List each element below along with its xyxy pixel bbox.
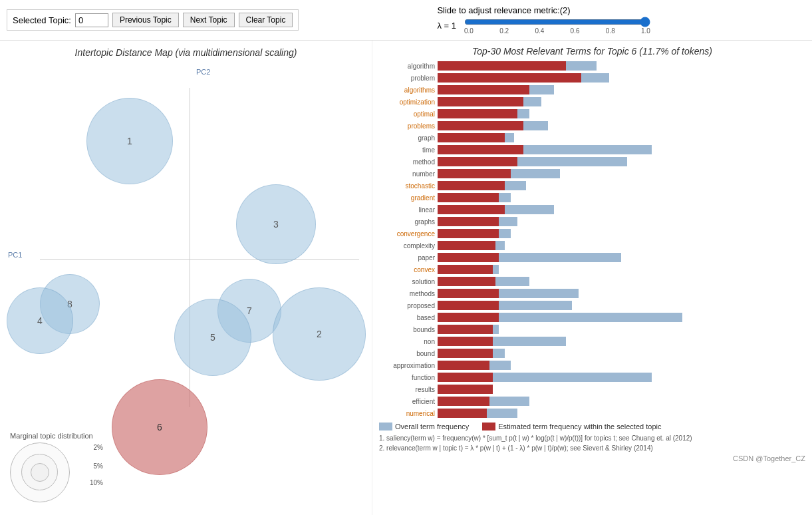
marginal-label: Marginal topic distribution — [10, 432, 96, 440]
bar-fg-graphs — [438, 217, 499, 226]
bar-label-problem: problem — [379, 75, 438, 82]
legend-fg-label: Estimated term frequency within the sele… — [498, 423, 661, 430]
bubble-4[interactable]: 4 — [7, 287, 73, 354]
bar-label-graphs: graphs — [379, 218, 438, 226]
bar-row: number — [379, 168, 805, 179]
tick-labels: 0.0 0.2 0.4 0.6 0.8 1.0 — [464, 27, 650, 35]
left-panel: Intertopic Distance Map (via multidimens… — [0, 41, 372, 515]
bar-fg-algorithms — [438, 85, 529, 94]
map-title: Intertopic Distance Map (via multidimens… — [0, 41, 372, 58]
bar-row: convex — [379, 264, 805, 275]
topic-label: Selected Topic: — [13, 15, 71, 25]
prev-topic-button[interactable]: Previous Topic — [112, 13, 179, 27]
main-content: Intertopic Distance Map (via multidimens… — [0, 41, 812, 515]
bars-container-algorithm — [438, 61, 805, 71]
bar-fg-linear — [438, 205, 505, 214]
bar-label-optimization: optimization — [379, 98, 438, 106]
bars-container-proposed — [438, 301, 805, 310]
bar-row: function — [379, 372, 805, 383]
bars-container-approximation — [438, 361, 805, 370]
bubble-2[interactable]: 2 — [273, 287, 366, 381]
bar-label-results: results — [379, 386, 438, 393]
bar-fg-function — [438, 373, 493, 382]
legend-area: Overall term frequency Estimated term fr… — [379, 423, 805, 430]
bar-row: method — [379, 156, 805, 167]
relevance-slider[interactable] — [464, 17, 650, 27]
legend-bg-box — [379, 423, 392, 430]
bar-fg-algorithm — [438, 61, 566, 71]
bubble-5[interactable]: 5 — [174, 299, 251, 376]
marginal-circles: 2% 5% 10% — [10, 442, 83, 502]
bars-container-graphs — [438, 217, 805, 226]
chart-area: algorithmproblemalgorithmsoptimizationop… — [379, 61, 805, 419]
footnote: 2. relevance(term w | topic t) = λ * p(w… — [379, 443, 805, 453]
bars-container-complexity — [438, 241, 805, 250]
slider-section: Slide to adjust relevance metric:(2) λ =… — [437, 5, 650, 35]
topic-input[interactable] — [75, 13, 108, 27]
bar-fg-efficient — [438, 397, 489, 406]
bar-label-gradient: gradient — [379, 194, 438, 202]
bars-container-algorithms — [438, 85, 805, 94]
bar-fg-approximation — [438, 361, 489, 370]
next-topic-button[interactable]: Next Topic — [183, 13, 235, 27]
watermark: CSDN @Together_CZ — [379, 454, 805, 462]
bar-row: optimization — [379, 96, 805, 107]
axis-horizontal — [40, 259, 359, 260]
bar-row: methods — [379, 288, 805, 299]
bar-label-algorithm: algorithm — [379, 63, 438, 70]
clear-topic-button[interactable]: Clear Topic — [239, 13, 293, 27]
bars-container-stochastic — [438, 181, 805, 190]
chart-title: Top-30 Most Relevant Terms for Topic 6 (… — [379, 46, 805, 57]
bar-fg-non — [438, 337, 493, 346]
slider-label-row: Slide to adjust relevance metric:(2) — [437, 5, 570, 15]
bar-fg-graph — [438, 133, 505, 142]
bar-row: stochastic — [379, 180, 805, 191]
bars-container-methods — [438, 289, 805, 298]
bar-label-based: based — [379, 314, 438, 321]
bar-label-method: method — [379, 158, 438, 166]
bar-row: problems — [379, 120, 805, 131]
bar-label-problems: problems — [379, 122, 438, 130]
bar-row: problem — [379, 73, 805, 83]
footnote: 1. saliency(term w) = frequency(w) * [su… — [379, 433, 805, 443]
bar-label-bound: bound — [379, 350, 438, 357]
bars-container-linear — [438, 205, 805, 214]
bar-label-bounds: bounds — [379, 326, 438, 333]
bubble-6[interactable]: 6 — [112, 379, 207, 475]
bars-container-graph — [438, 133, 805, 142]
marginal-circle-small — [31, 463, 49, 482]
bar-row: bound — [379, 348, 805, 359]
bar-row: solution — [379, 276, 805, 287]
bar-label-proposed: proposed — [379, 302, 438, 309]
bar-label-number: number — [379, 170, 438, 178]
bar-fg-convex — [438, 265, 493, 274]
bars-container-optimal — [438, 109, 805, 118]
bar-fg-methods — [438, 289, 499, 298]
bar-label-complexity: complexity — [379, 242, 438, 250]
bar-fg-number — [438, 169, 511, 178]
bar-fg-proposed — [438, 301, 499, 310]
right-panel: Top-30 Most Relevant Terms for Topic 6 (… — [372, 41, 812, 515]
bar-label-function: function — [379, 374, 438, 381]
bar-row: algorithms — [379, 85, 805, 95]
marginal-pct-10: 10% — [90, 479, 103, 486]
bar-row: optimal — [379, 108, 805, 119]
bar-fg-paper — [438, 253, 499, 262]
slider-label: Slide to adjust relevance metric:(2) — [437, 5, 570, 15]
bar-label-solution: solution — [379, 278, 438, 285]
bar-row: non — [379, 336, 805, 347]
pc2-label: PC2 — [196, 68, 210, 76]
bars-container-convex — [438, 265, 805, 274]
bar-row: complexity — [379, 240, 805, 251]
map-area: PC2 PC1 13847526 — [0, 61, 372, 407]
legend-fg: Estimated term frequency within the sele… — [482, 423, 661, 430]
bubble-1[interactable]: 1 — [86, 98, 173, 184]
bar-fg-complexity — [438, 241, 495, 250]
bubble-3[interactable]: 3 — [236, 184, 316, 264]
bar-row: results — [379, 384, 805, 395]
bars-container-efficient — [438, 397, 805, 406]
bar-row: based — [379, 312, 805, 323]
bar-row: graph — [379, 132, 805, 143]
bar-fg-convergence — [438, 229, 499, 238]
bar-fg-method — [438, 157, 517, 166]
